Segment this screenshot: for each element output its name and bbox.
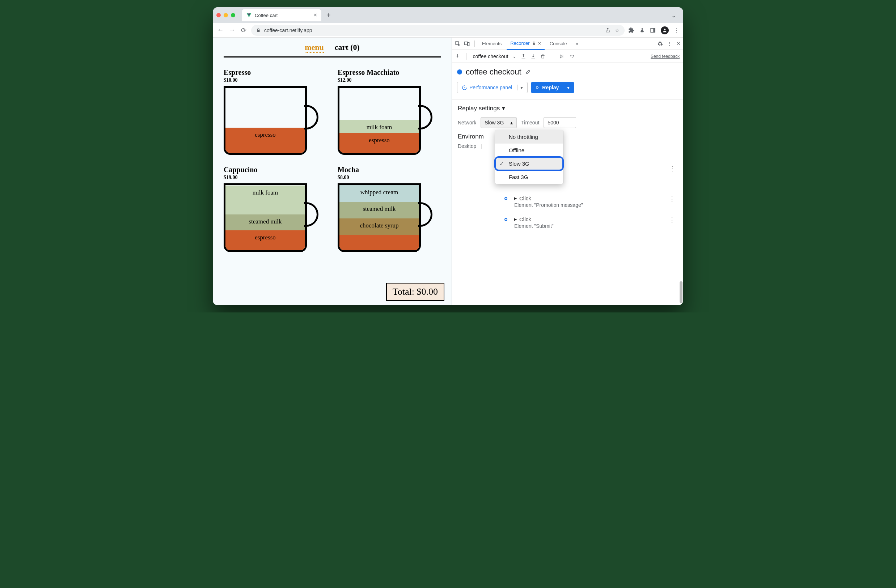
browser-window: Coffee cart × + ⌄ ← → ⟳ coffee-cart.netl… (213, 7, 683, 305)
timeout-input[interactable]: 5000 (544, 117, 576, 128)
import-down-icon[interactable] (530, 53, 536, 59)
total-badge[interactable]: Total: $0.00 (386, 283, 444, 301)
tab-close-icon[interactable]: × (314, 12, 317, 18)
product-mocha[interactable]: Mocha $8.00 whipped cream steamed milk c… (338, 166, 441, 256)
vue-favicon (246, 12, 252, 18)
content-split: menu cart (0) Espresso $10.00 espresso (213, 38, 683, 305)
step-item[interactable]: ▸ Click Element "Submit" ⋮ (458, 213, 677, 234)
inspect-icon[interactable] (455, 41, 462, 47)
layer-espresso: espresso (226, 230, 305, 250)
page-viewport: menu cart (0) Espresso $10.00 espresso (213, 38, 452, 305)
chevron-down-icon[interactable]: ▾ (517, 85, 523, 90)
chevron-right-icon: ▸ (514, 195, 517, 201)
nav-cart-link[interactable]: cart (0) (335, 43, 360, 53)
devtools-close-icon[interactable]: × (677, 40, 680, 47)
reload-icon[interactable]: ⟳ (239, 26, 247, 34)
recording-name: coffee checkout (473, 53, 509, 59)
send-feedback-link[interactable]: Send feedback (651, 54, 680, 59)
tab-title: Coffee cart (255, 13, 277, 18)
layer-espresso: espresso (226, 128, 305, 153)
network-label: Network (458, 120, 476, 126)
chevron-down-icon[interactable]: ▾ (564, 85, 570, 90)
window-maximize[interactable] (231, 13, 235, 17)
address-bar[interactable]: coffee-cart.netlify.app ☆ (251, 25, 625, 36)
profile-avatar-icon[interactable] (661, 26, 669, 34)
option-offline[interactable]: Offline (495, 144, 563, 157)
tab-elements[interactable]: Elements (478, 38, 505, 50)
extensions-puzzle-icon[interactable] (628, 27, 634, 33)
back-icon[interactable]: ← (216, 26, 224, 34)
url-text: coffee-cart.netlify.app (264, 27, 312, 33)
layer-milk-foam: milk foam (226, 185, 305, 214)
product-espresso[interactable]: Espresso $10.00 espresso (224, 68, 327, 158)
export-up-icon[interactable] (521, 53, 526, 59)
nav-menu-link[interactable]: menu (305, 43, 324, 53)
devtools-scrollbar[interactable] (680, 281, 683, 303)
share-icon[interactable] (605, 27, 611, 33)
chevron-down-icon[interactable]: ⌄ (512, 53, 517, 59)
network-setting-row: Network Slow 3G ▴ Timeout 5000 (458, 117, 677, 128)
timeout-label: Timeout (521, 120, 539, 126)
desktop-label: Desktop (458, 143, 476, 149)
network-select[interactable]: Slow 3G ▴ (481, 117, 517, 128)
devtools-panel: Elements Recorder × Console » ⋮ × + (452, 38, 683, 305)
layer-chocolate-syrup: chocolate syrup (340, 219, 419, 235)
product-price: $10.00 (224, 77, 327, 83)
side-panel-icon[interactable] (650, 27, 656, 33)
delete-trash-icon[interactable] (540, 53, 546, 59)
tab-overflow-icon[interactable]: » (572, 38, 582, 50)
device-toolbar-icon[interactable] (463, 41, 471, 47)
cup-icon: whipped cream steamed milk chocolate syr… (338, 183, 421, 252)
cup-handle-icon (304, 105, 318, 129)
browser-tab[interactable]: Coffee cart × (242, 9, 322, 21)
bookmark-star-icon[interactable]: ☆ (615, 27, 620, 33)
svg-point-6 (572, 57, 573, 58)
window-minimize[interactable] (224, 13, 228, 17)
devtools-kebab-icon[interactable]: ⋮ (667, 41, 672, 46)
option-slow-3g[interactable]: ✓ Slow 3G (495, 157, 563, 170)
new-recording-plus-icon[interactable]: + (456, 52, 460, 60)
recording-status-dot-icon (457, 70, 462, 74)
toolbar-right: ⋮ (628, 26, 680, 34)
replay-button[interactable]: Replay ▾ (531, 82, 574, 93)
performance-panel-button[interactable]: Performance panel ▾ (457, 82, 527, 93)
step-kebab-icon[interactable]: ⋮ (667, 164, 678, 173)
step-kebab-icon[interactable]: ⋮ (667, 195, 677, 203)
window-close[interactable] (216, 13, 221, 17)
tab-console[interactable]: Console (546, 38, 571, 50)
chevron-down-icon: ▾ (502, 105, 505, 112)
cup-handle-icon (418, 202, 433, 227)
replay-settings-title[interactable]: Replay settings ▾ (458, 105, 677, 112)
edit-pencil-icon[interactable] (525, 69, 531, 75)
layer-milk-foam: milk foam (340, 120, 419, 133)
devtools-tabbar: Elements Recorder × Console » ⋮ × (452, 38, 683, 50)
new-tab-button[interactable]: + (324, 11, 333, 20)
product-price: $19.00 (224, 175, 327, 181)
labs-flask-icon[interactable] (639, 27, 645, 33)
cup-icon: milk foam steamed milk espresso (224, 183, 307, 252)
tab-overflow-chevron-icon[interactable]: ⌄ (667, 12, 680, 19)
product-name: Espresso (224, 68, 327, 77)
product-macchiato[interactable]: Espresso Macchiato $12.00 milk foam espr… (338, 68, 441, 158)
flask-icon (532, 41, 536, 46)
product-name: Cappucino (224, 166, 327, 174)
forward-icon[interactable]: → (228, 26, 236, 34)
step-item[interactable]: ▸ Click Element "Promotion message" ⋮ (458, 192, 677, 213)
product-cappucino[interactable]: Cappucino $19.00 milk foam steamed milk … (224, 166, 327, 256)
step-kebab-icon[interactable]: ⋮ (667, 216, 677, 224)
step-over-icon[interactable] (569, 54, 575, 59)
product-grid: Espresso $10.00 espresso Espresso Macchi… (213, 58, 452, 256)
kebab-menu-icon[interactable]: ⋮ (674, 27, 680, 33)
layer-espresso: espresso (340, 133, 419, 153)
step-subtitle: Element "Submit" (514, 223, 663, 229)
cup-handle-icon (418, 105, 433, 129)
settings-gear-icon[interactable] (657, 41, 663, 47)
tab-recorder[interactable]: Recorder × (507, 38, 545, 50)
layer-steamed-milk: steamed milk (226, 214, 305, 230)
tab-close-icon[interactable]: × (538, 41, 541, 46)
play-step-icon[interactable] (559, 54, 565, 59)
recording-title: coffee checkout (466, 67, 521, 77)
recorder-body: Replay settings ▾ Network Slow 3G ▴ Time… (452, 99, 683, 305)
option-fast-3g[interactable]: Fast 3G (495, 170, 563, 184)
option-no-throttling[interactable]: No throttling (495, 130, 563, 144)
